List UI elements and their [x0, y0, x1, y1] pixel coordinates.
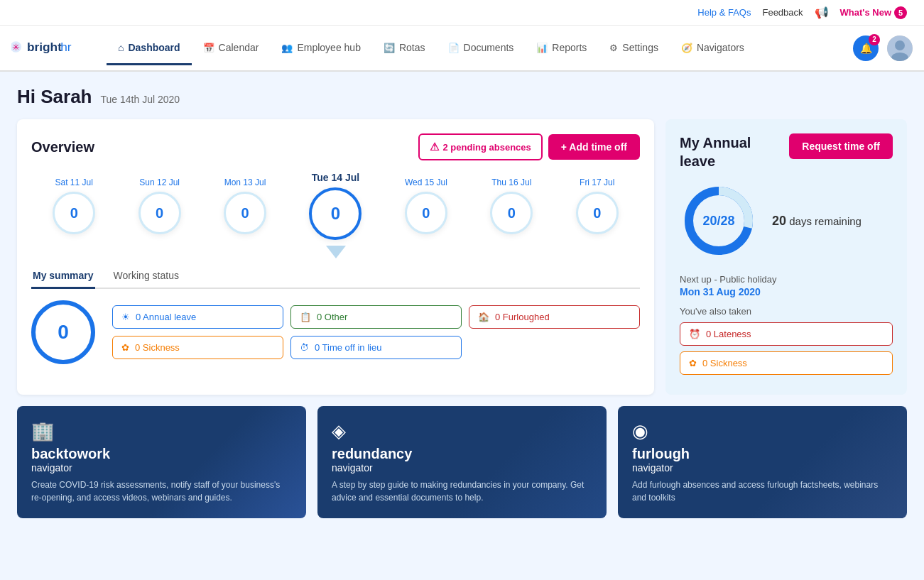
add-timeoff-button[interactable]: + Add time off	[548, 134, 640, 160]
svg-text:bright: bright	[27, 40, 62, 54]
promo-card-backtowork[interactable]: 🏢 backtowork navigator Create COVID-19 r…	[17, 406, 306, 518]
notifications-button[interactable]: 🔔 2	[853, 35, 879, 61]
people-icon: 👥	[281, 43, 293, 53]
warning-icon: ⚠	[430, 141, 439, 153]
triangle-pointer	[31, 246, 640, 258]
request-timeoff-button[interactable]: Request time off	[789, 133, 893, 159]
furloughed-icon: 🏠	[478, 312, 489, 322]
tab-my-summary[interactable]: My summary	[31, 264, 95, 289]
day-circle-active: 0	[309, 187, 362, 240]
toil-count: 0 Time off in lieu	[315, 342, 381, 353]
backtowork-title: backtowork navigator	[31, 445, 292, 474]
badge-other[interactable]: 📋 0 Other	[290, 305, 462, 329]
day-label: Sat 11 Jul	[55, 177, 93, 187]
nav-item-employee-hub[interactable]: 👥 Employee hub	[270, 32, 372, 65]
user-avatar[interactable]	[887, 35, 913, 61]
lateness-icon: ⏰	[689, 329, 700, 339]
badge-annual-leave[interactable]: ☀ 0 Annual leave	[112, 305, 283, 329]
calendar-row: Sat 11 Jul 0 Sun 12 Jul 0 Mon 13 Jul 0 T…	[31, 172, 640, 240]
day-mon-13[interactable]: Mon 13 Jul 0	[224, 177, 266, 234]
summary-body: 0 ☀ 0 Annual leave 📋 0 Other 🏠 0 Furloug…	[31, 300, 640, 364]
donut-label: 20/28	[702, 214, 734, 229]
also-taken-label: You've also taken	[680, 306, 893, 317]
also-item-sickness[interactable]: ✿ 0 Sickness	[680, 351, 893, 375]
sickness-icon: ✿	[121, 342, 129, 353]
notif-badge: 2	[869, 34, 880, 45]
overview-title: Overview	[31, 139, 94, 155]
annual-leave-card: My Annual leave Request time off 20/28	[665, 119, 907, 395]
redundancy-icon: ◈	[332, 420, 592, 442]
promo-card-redundancy[interactable]: ◈ redundancy navigator A step by step gu…	[317, 406, 607, 518]
feedback-link[interactable]: Feedback	[762, 7, 803, 18]
rotas-icon: 🔄	[384, 43, 395, 53]
nav-item-navigators[interactable]: 🧭 Navigators	[670, 32, 756, 65]
nav-items: ⌂ Dashboard 📅 Calendar 👥 Employee hub 🔄 …	[107, 32, 756, 64]
other-icon: 📋	[300, 312, 311, 322]
absence-badges-grid: ☀ 0 Annual leave 📋 0 Other 🏠 0 Furloughe…	[112, 305, 640, 359]
navigators-icon: 🧭	[681, 43, 692, 53]
nav-right: 🔔 2	[853, 35, 913, 61]
pending-absences-button[interactable]: ⚠ 2 pending absences	[418, 133, 543, 160]
header-buttons: ⚠ 2 pending absences + Add time off	[418, 133, 640, 160]
whats-new-badge: 5	[894, 6, 907, 19]
top-bar: Help & FAQs Feedback 📢 What's New 5	[0, 0, 924, 26]
greeting-name: Hi Sarah	[17, 86, 92, 108]
reports-icon: 📊	[536, 43, 548, 53]
days-remaining: 20 days remaining	[772, 214, 862, 229]
badge-furloughed[interactable]: 🏠 0 Furloughed	[469, 305, 640, 329]
promo-card-furlough[interactable]: ◉ furlough navigator Add furlough absenc…	[618, 406, 907, 518]
settings-icon: ⚙	[609, 43, 618, 53]
day-label-active: Tue 14 Jul	[312, 172, 359, 183]
toil-icon: ⏱	[300, 342, 309, 353]
furlough-text: Add furlough absences and access furloug…	[632, 478, 893, 504]
day-sat-11[interactable]: Sat 11 Jul 0	[53, 177, 95, 234]
redundancy-text: A step by step guide to making redundanc…	[332, 478, 592, 504]
annual-leave-title: My Annual leave	[680, 133, 789, 170]
sickness-count: 0 Sickness	[135, 342, 180, 353]
promo-cards-grid: 🏢 backtowork navigator Create COVID-19 r…	[17, 406, 907, 518]
furlough-title: furlough navigator	[632, 445, 893, 474]
overview-card: Overview ⚠ 2 pending absences + Add time…	[17, 119, 654, 395]
day-circle: 0	[53, 192, 95, 234]
furloughed-count: 0 Furloughed	[495, 312, 550, 322]
next-up-section: Next up - Public holiday Mon 31 Aug 2020	[680, 274, 893, 297]
donut-section: 20/28 20 days remaining	[680, 182, 893, 260]
svg-point-5	[895, 40, 905, 50]
calendar-icon: 📅	[203, 43, 214, 53]
tab-working-status[interactable]: Working status	[112, 264, 180, 289]
nav-item-calendar[interactable]: 📅 Calendar	[192, 32, 271, 65]
day-tue-14-active[interactable]: Tue 14 Jul 0	[309, 172, 362, 240]
next-up-label: Next up - Public holiday	[680, 274, 893, 285]
badge-toil[interactable]: ⏱ 0 Time off in lieu	[290, 336, 462, 359]
day-sun-12[interactable]: Sun 12 Jul 0	[138, 177, 181, 234]
annual-leave-header: My Annual leave Request time off	[680, 133, 893, 170]
day-label: Wed 15 Jul	[405, 177, 447, 187]
annual-leave-icon: ☀	[121, 312, 130, 322]
greeting-section: Hi Sarah Tue 14th Jul 2020	[17, 86, 907, 108]
nav-item-documents[interactable]: 📄 Documents	[437, 32, 526, 65]
annual-leave-count: 0 Annual leave	[136, 312, 196, 322]
nav-item-rotas[interactable]: 🔄 Rotas	[372, 32, 437, 65]
svg-text:✳: ✳	[12, 43, 20, 53]
day-thu-16[interactable]: Thu 16 Jul 0	[490, 177, 533, 234]
whats-new-button[interactable]: What's New 5	[840, 6, 907, 19]
help-faqs-link[interactable]: Help & FAQs	[697, 7, 751, 18]
day-circle: 0	[576, 192, 619, 234]
nav-item-dashboard[interactable]: ⌂ Dashboard	[107, 32, 192, 65]
nav-item-reports[interactable]: 📊 Reports	[525, 32, 598, 65]
also-item-lateness[interactable]: ⏰ 0 Lateness	[680, 322, 893, 346]
day-label: Fri 17 Jul	[580, 177, 614, 187]
day-fri-17[interactable]: Fri 17 Jul 0	[576, 177, 619, 234]
day-wed-15[interactable]: Wed 15 Jul 0	[405, 177, 447, 234]
home-icon: ⌂	[118, 42, 124, 53]
furlough-icon: ◉	[632, 420, 893, 442]
logo[interactable]: bright hr ✳	[11, 26, 89, 70]
documents-icon: 📄	[448, 43, 460, 53]
nav-item-settings[interactable]: ⚙ Settings	[598, 32, 670, 65]
page-content: Hi Sarah Tue 14th Jul 2020 Overview ⚠ 2 …	[0, 72, 924, 532]
backtowork-icon: 🏢	[31, 420, 292, 442]
overview-header: Overview ⚠ 2 pending absences + Add time…	[31, 133, 640, 160]
badge-sickness[interactable]: ✿ 0 Sickness	[112, 336, 283, 359]
other-count: 0 Other	[317, 312, 347, 322]
summary-tabs: My summary Working status	[31, 264, 640, 289]
